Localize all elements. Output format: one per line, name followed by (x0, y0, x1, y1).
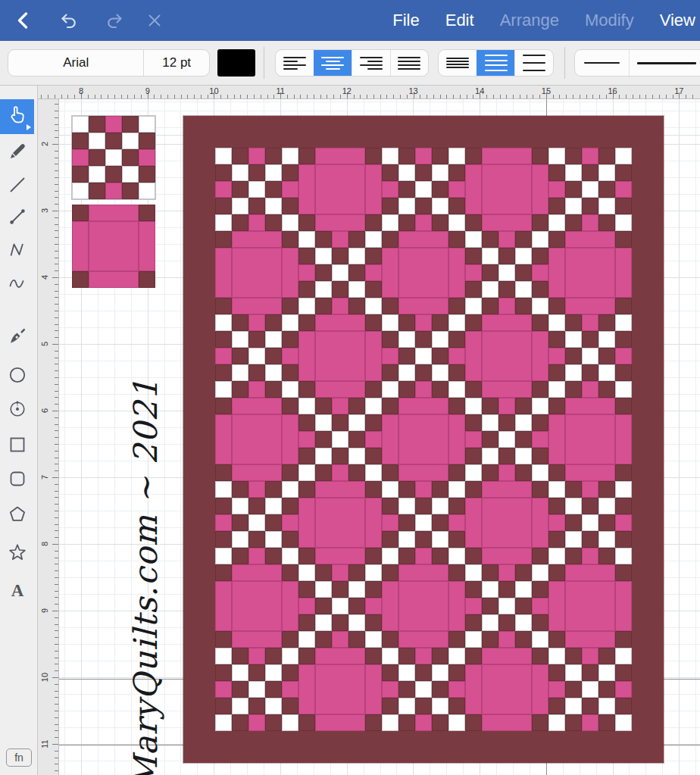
quilt-piece (365, 464, 382, 481)
align-left-button[interactable] (276, 50, 314, 76)
stroke-thin-button[interactable] (575, 50, 629, 76)
quilt-piece (615, 664, 632, 681)
quilt-piece (248, 681, 265, 698)
quilt[interactable] (183, 116, 664, 763)
ruler-tick (55, 391, 58, 392)
quilt-piece (215, 148, 232, 164)
font-size-button[interactable]: 12 pt (143, 50, 209, 76)
quilt-piece (332, 431, 348, 448)
tool-line[interactable] (0, 169, 35, 204)
quilt-piece (432, 498, 448, 514)
quilt-piece (465, 231, 482, 248)
tool-star[interactable] (0, 536, 35, 571)
quilt-piece (365, 448, 382, 464)
stroke-thick-button[interactable] (629, 50, 700, 76)
tool-text[interactable]: A (0, 574, 35, 609)
align-center-button[interactable] (314, 50, 352, 76)
quilt-piece (482, 564, 498, 581)
align-right-icon (360, 57, 383, 70)
quilt-piece (398, 564, 448, 581)
justify-button[interactable] (390, 50, 429, 76)
menu-file[interactable]: File (392, 11, 419, 30)
ruler-tick (55, 444, 58, 445)
tool-pencil[interactable] (0, 136, 35, 170)
tool-curve[interactable] (0, 268, 35, 303)
fn-button[interactable]: fn (6, 748, 32, 767)
tool-polyline[interactable] (0, 234, 35, 269)
spacing-tight-button[interactable] (439, 50, 477, 76)
tool-arc[interactable] (0, 393, 35, 428)
quilt-piece (248, 364, 265, 381)
ruler-tick (267, 95, 268, 98)
ruler-tick (314, 95, 314, 98)
watermark-text[interactable]: MaryQuilts.com ~ 2021 (127, 379, 164, 775)
quilt-piece (365, 431, 382, 448)
ruler-tick (55, 270, 58, 271)
tool-rectangle[interactable] (0, 429, 35, 464)
text-color-swatch[interactable] (217, 49, 255, 77)
tool-rounded-rectangle[interactable] (0, 463, 35, 498)
rectangle-icon (7, 434, 28, 458)
tool-polygon[interactable] (0, 498, 35, 533)
quilt-piece (565, 564, 615, 581)
quilt-piece (298, 414, 315, 431)
quilt-piece (548, 298, 565, 314)
quilt-piece (232, 714, 248, 731)
menu-arrange[interactable]: Arrange (500, 11, 559, 30)
spacing-wide-button[interactable] (514, 50, 553, 76)
quilt-piece (248, 331, 265, 348)
canvas[interactable]: MaryQuilts.com ~ 2021 (59, 99, 700, 775)
font-family-button[interactable]: Arial (8, 50, 143, 76)
back-icon[interactable] (13, 10, 34, 31)
quilt-piece (482, 314, 532, 331)
quilt-piece (532, 714, 548, 731)
menu-view[interactable]: View (660, 11, 695, 30)
quilt-piece (498, 298, 515, 314)
ruler-tick (55, 404, 58, 405)
quilt-piece (382, 714, 398, 731)
ruler-tick (55, 177, 58, 178)
ruler-tick (592, 95, 593, 98)
quilt-piece (89, 221, 139, 271)
ruler-tick (55, 737, 58, 738)
menu-modify[interactable]: Modify (585, 11, 634, 30)
ruler-tick (95, 95, 95, 98)
ruler-tick (440, 95, 441, 98)
spacing-medium-button[interactable] (477, 50, 515, 76)
quilt-piece (282, 648, 298, 664)
quilt-piece (315, 214, 365, 231)
ruler-tick (55, 130, 58, 131)
undo-icon[interactable] (58, 10, 80, 31)
quilt-piece (548, 581, 565, 631)
quilt-piece (565, 348, 582, 364)
quilt-piece (215, 331, 232, 348)
quilt-piece (332, 581, 348, 598)
ruler-tick (55, 191, 58, 192)
quilt-piece (598, 198, 615, 214)
tool-ellipse[interactable] (0, 359, 35, 394)
preview-block-b[interactable] (72, 205, 155, 288)
quilt-piece (565, 414, 615, 464)
quilt-piece (72, 133, 89, 149)
quilt-piece (315, 431, 332, 448)
ruler-tick (55, 651, 58, 652)
quilt-piece (139, 221, 155, 271)
align-right-button[interactable] (352, 50, 390, 76)
quilt-piece (232, 648, 248, 664)
quilt-piece (248, 381, 265, 398)
quilt-piece (248, 648, 265, 664)
tool-pen[interactable] (0, 320, 35, 355)
menu-edit[interactable]: Edit (445, 11, 474, 30)
ruler-tick (320, 95, 321, 98)
close-icon[interactable] (144, 10, 165, 31)
quilt-piece (315, 414, 332, 431)
redo-icon[interactable] (104, 10, 125, 31)
preview-block-a[interactable] (72, 116, 155, 199)
quilt-piece (382, 148, 398, 164)
quilt-piece (482, 631, 498, 648)
tool-hand[interactable] (0, 99, 34, 134)
quilt-piece (265, 181, 282, 198)
tool-segment[interactable] (0, 201, 35, 236)
quilt-piece (448, 664, 465, 681)
quilt-piece (382, 348, 398, 364)
